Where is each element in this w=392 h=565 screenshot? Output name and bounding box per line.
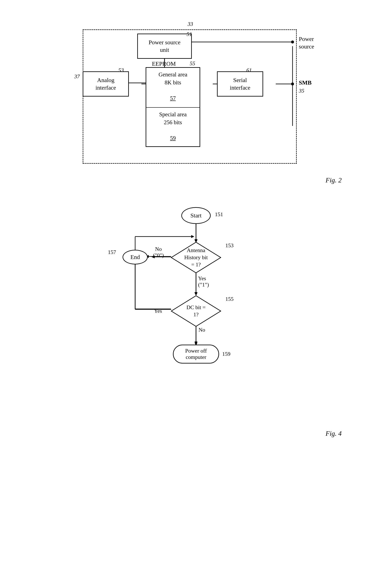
box-eeprom: General area8K bits 57 Special area256 b… xyxy=(146,67,200,147)
ref-59: 59 xyxy=(170,134,176,142)
fig2-title: Fig. 2 xyxy=(326,176,342,184)
ref-157: 157 xyxy=(108,249,116,255)
ref-57: 57 xyxy=(170,94,176,102)
power-off-oval: Power offcomputer xyxy=(173,345,219,364)
fig4-caption: Fig. 4 xyxy=(8,430,342,438)
fig2-caption: Fig. 2 xyxy=(8,176,342,184)
ref-151: 151 xyxy=(215,211,223,218)
eeprom-label: EEPROM xyxy=(152,60,176,67)
end-oval: End xyxy=(123,250,148,265)
fig2-diagram: 33 37 Power sourceunit 51 Analoginterfac… xyxy=(70,21,322,172)
page: 33 37 Power sourceunit 51 Analoginterfac… xyxy=(0,0,392,565)
ref-55: 55 xyxy=(190,60,195,67)
yes-1-label: Yes("1") xyxy=(198,275,209,288)
ref-159: 159 xyxy=(222,351,230,357)
dc-bit-diamond-wrap: DC bit = 1? xyxy=(171,295,221,327)
no-label: No xyxy=(198,327,205,333)
ref-61: 61 xyxy=(246,67,252,73)
svg-marker-31 xyxy=(195,341,197,345)
dc-bit-diamond xyxy=(171,295,221,327)
ref-153: 153 xyxy=(225,242,234,249)
power-off-label: Power offcomputer xyxy=(185,348,207,360)
svg-marker-39 xyxy=(191,235,194,238)
end-label: End xyxy=(130,254,140,260)
ref-33: 33 xyxy=(188,21,193,27)
fig4-diagram: Start 151 AntennaHistory bit= 1? 153 End… xyxy=(102,205,290,425)
start-oval: Start xyxy=(181,207,211,224)
svg-marker-41 xyxy=(171,296,221,326)
ref-51: 51 xyxy=(187,31,192,37)
fig4-title: Fig. 4 xyxy=(326,430,342,437)
box-power-source-unit: Power sourceunit xyxy=(137,34,192,59)
antenna-history-diamond xyxy=(171,242,221,273)
box-analog-interface: Analoginterface xyxy=(83,71,129,97)
power-source-unit-label: Power sourceunit xyxy=(149,39,181,54)
ref-53: 53 xyxy=(118,67,124,73)
serial-interface-label: Serialinterface xyxy=(230,76,250,92)
smb-label: SMB xyxy=(299,79,312,86)
eeprom-special-label: Special area256 bits xyxy=(159,111,187,127)
antenna-history-diamond-wrap: AntennaHistory bit= 1? xyxy=(171,242,221,273)
eeprom-general-area: General area8K bits 57 xyxy=(146,68,200,108)
start-label: Start xyxy=(191,212,202,219)
ref-35: 35 xyxy=(299,88,304,94)
eeprom-general-label: General area8K bits xyxy=(158,71,187,87)
yes-label: Yes xyxy=(154,308,162,314)
no-0-label: No("0") xyxy=(153,246,164,259)
power-source-label: Powersource xyxy=(299,35,314,51)
svg-marker-40 xyxy=(171,242,221,273)
eeprom-special-area: Special area256 bits 59 xyxy=(146,108,200,148)
svg-marker-18 xyxy=(195,292,197,295)
ref-37: 37 xyxy=(74,73,80,80)
box-serial-interface: Serialinterface xyxy=(217,71,263,97)
ref-155: 155 xyxy=(225,296,234,302)
analog-interface-label: Analoginterface xyxy=(96,76,116,92)
